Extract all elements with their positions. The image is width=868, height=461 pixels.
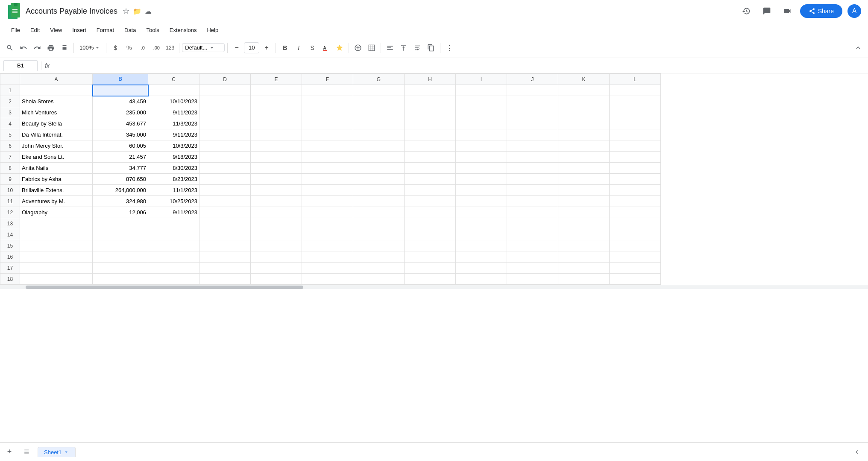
cell-k3[interactable] (558, 107, 610, 118)
more-options-button[interactable]: ⋮ (443, 41, 456, 54)
vertical-align-button[interactable] (397, 41, 410, 54)
cell-b8[interactable]: 34,777 (93, 163, 148, 174)
cell-j11[interactable] (507, 196, 558, 207)
cell-k10[interactable] (558, 185, 610, 196)
folder-icon[interactable]: 📁 (133, 7, 141, 15)
cell-b2[interactable]: 43,459 (93, 96, 148, 107)
cell-h15[interactable] (405, 240, 456, 251)
row-number[interactable]: 15 (0, 240, 20, 251)
col-header-e[interactable]: E (251, 74, 302, 85)
cell-j15[interactable] (507, 240, 558, 251)
cell-e14[interactable] (251, 229, 302, 240)
cell-g11[interactable] (353, 196, 405, 207)
cell-b16[interactable] (93, 251, 148, 263)
cell-g15[interactable] (353, 240, 405, 251)
cell-l10[interactable] (610, 185, 661, 196)
cell-c13[interactable] (148, 218, 199, 229)
cell-k15[interactable] (558, 240, 610, 251)
cell-f12[interactable] (302, 207, 353, 218)
menu-edit[interactable]: Edit (26, 25, 44, 35)
cell-k9[interactable] (558, 174, 610, 185)
cell-b6[interactable]: 60,005 (93, 140, 148, 152)
row-number[interactable]: 2 (0, 96, 20, 107)
cell-k18[interactable] (558, 274, 610, 285)
cell-k13[interactable] (558, 218, 610, 229)
cell-h18[interactable] (405, 274, 456, 285)
cell-f7[interactable] (302, 152, 353, 163)
cell-j12[interactable] (507, 207, 558, 218)
cell-f14[interactable] (302, 229, 353, 240)
cell-a6[interactable]: John Mercy Stor. (20, 140, 93, 152)
cell-k4[interactable] (558, 118, 610, 129)
cell-a5[interactable]: Da Villa Internat. (20, 129, 93, 140)
font-size-increase-button[interactable]: + (260, 41, 273, 54)
row-number[interactable]: 3 (0, 107, 20, 118)
cell-b3[interactable]: 235,000 (93, 107, 148, 118)
cell-a1[interactable] (20, 85, 93, 96)
cell-j6[interactable] (507, 140, 558, 152)
cell-h14[interactable] (405, 229, 456, 240)
cell-i15[interactable] (456, 240, 507, 251)
cell-e4[interactable] (251, 118, 302, 129)
horizontal-scrollbar[interactable] (0, 285, 868, 289)
formula-input[interactable] (53, 62, 865, 69)
cell-g18[interactable] (353, 274, 405, 285)
cell-i7[interactable] (456, 152, 507, 163)
cell-a11[interactable]: Adventures by M. (20, 196, 93, 207)
italic-button[interactable]: I (292, 41, 305, 54)
comments-icon[interactable] (759, 3, 774, 19)
cell-e3[interactable] (251, 107, 302, 118)
cell-j2[interactable] (507, 96, 558, 107)
col-header-i[interactable]: I (456, 74, 507, 85)
col-header-f[interactable]: F (302, 74, 353, 85)
cell-l15[interactable] (610, 240, 661, 251)
cell-d10[interactable] (199, 185, 251, 196)
cell-a7[interactable]: Eke and Sons Lt. (20, 152, 93, 163)
cell-c15[interactable] (148, 240, 199, 251)
cell-d7[interactable] (199, 152, 251, 163)
cell-d16[interactable] (199, 251, 251, 263)
collapse-sheets-button[interactable] (849, 444, 865, 460)
cell-i18[interactable] (456, 274, 507, 285)
cell-c1[interactable] (148, 85, 199, 96)
zoom-selector[interactable]: 100% (76, 43, 103, 52)
cell-k17[interactable] (558, 263, 610, 274)
cell-h13[interactable] (405, 218, 456, 229)
cell-i11[interactable] (456, 196, 507, 207)
cell-c2[interactable]: 10/10/2023 (148, 96, 199, 107)
cell-f8[interactable] (302, 163, 353, 174)
meet-icon[interactable] (780, 3, 795, 19)
cell-j4[interactable] (507, 118, 558, 129)
cell-d4[interactable] (199, 118, 251, 129)
cell-k12[interactable] (558, 207, 610, 218)
cell-l18[interactable] (610, 274, 661, 285)
cell-j17[interactable] (507, 263, 558, 274)
cell-c16[interactable] (148, 251, 199, 263)
cell-j7[interactable] (507, 152, 558, 163)
cell-f16[interactable] (302, 251, 353, 263)
row-number[interactable]: 1 (0, 85, 20, 96)
row-number[interactable]: 5 (0, 129, 20, 140)
row-number[interactable]: 8 (0, 163, 20, 174)
cell-b9[interactable]: 870,650 (93, 174, 148, 185)
cell-b10[interactable]: 264,000,000 (93, 185, 148, 196)
history-icon[interactable] (739, 3, 754, 19)
col-header-k[interactable]: K (558, 74, 610, 85)
cell-c8[interactable]: 8/30/2023 (148, 163, 199, 174)
cell-d9[interactable] (199, 174, 251, 185)
paint-format-button[interactable] (58, 41, 71, 54)
cell-e18[interactable] (251, 274, 302, 285)
cell-g1[interactable] (353, 85, 405, 96)
cell-e15[interactable] (251, 240, 302, 251)
cell-f4[interactable] (302, 118, 353, 129)
cell-h8[interactable] (405, 163, 456, 174)
cell-d1[interactable] (199, 85, 251, 96)
cell-reference-input[interactable] (3, 60, 38, 71)
cell-e16[interactable] (251, 251, 302, 263)
col-header-c[interactable]: C (148, 74, 199, 85)
strikethrough-button[interactable]: S (306, 41, 319, 54)
print-button[interactable] (44, 41, 57, 54)
cell-l13[interactable] (610, 218, 661, 229)
font-size-decrease-button[interactable]: − (230, 41, 243, 54)
cell-i14[interactable] (456, 229, 507, 240)
